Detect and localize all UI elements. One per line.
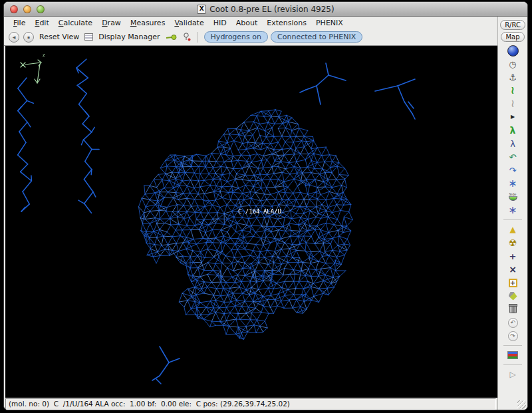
regularize-zone-icon[interactable]: ≀ [498, 97, 527, 110]
sidebar-separator [503, 345, 522, 346]
display-manager-button[interactable]: Display Manager [97, 32, 161, 42]
menu-measures[interactable]: Measures [126, 18, 170, 28]
status-text: (mol. no: 0) C /1/U/164 ALA occ: 1.00 bf… [5, 398, 496, 410]
minimize-button[interactable] [23, 5, 31, 13]
zoom-button[interactable] [37, 5, 45, 13]
add-residue-icon[interactable]: + [498, 276, 527, 289]
pepflip-icon[interactable]: ↶ [498, 150, 527, 164]
menu-file[interactable]: File [9, 18, 30, 28]
trash-icon[interactable] [498, 303, 527, 316]
nav-back-button[interactable]: ◀ [9, 32, 19, 43]
phenix-connection-button[interactable]: Connected to PHENIX [271, 31, 362, 43]
rrc-button[interactable]: R/RC [500, 20, 525, 30]
stop-button[interactable]: ▪ [23, 32, 34, 43]
side-chain-180-icon[interactable]: Side [498, 190, 527, 204]
map-button[interactable]: Map [501, 32, 524, 42]
sidebar-separator [503, 364, 522, 365]
sidebar-separator [503, 219, 522, 220]
run-icon[interactable]: ▷ [498, 368, 527, 381]
menu-edit[interactable]: Edit [30, 18, 53, 28]
resize-grip[interactable] [517, 400, 526, 409]
backrub-rotamer-icon[interactable]: ↷ [498, 164, 527, 177]
modeling-sidebar: R/RCMap◷⚓≀≀▶λλ↶↷∗Side∗▲☢+×+↶↷▷ [497, 17, 527, 410]
rotate-translate-icon[interactable]: λ [498, 124, 527, 137]
window-title-text: Coot 0.8-pre EL (revision 4925) [209, 5, 334, 14]
rotamers-icon[interactable]: ∗ [498, 177, 527, 190]
statusbar: (mol. no: 0) C /1/U/164 ALA occ: 1.00 bf… [4, 398, 497, 410]
real-space-refine-icon[interactable]: ≀ [498, 84, 527, 97]
key-icon[interactable] [166, 33, 178, 42]
clock-icon[interactable]: ◷ [498, 57, 527, 70]
menu-calculate[interactable]: Calculate [54, 18, 97, 28]
display-manager-icon [84, 33, 93, 41]
map-sphere-icon[interactable] [498, 44, 527, 57]
auto-fit-rotamer-icon[interactable]: λ [498, 137, 527, 150]
add-alt-conf-icon[interactable]: + [498, 249, 527, 263]
gl-canvas[interactable] [5, 46, 497, 398]
menu-phenix[interactable]: PHENIX [311, 18, 348, 28]
menu-hid[interactable]: HID [209, 18, 231, 28]
menu-about[interactable]: About [231, 18, 263, 28]
undo-icon[interactable]: ↶ [498, 316, 527, 329]
reset-view-button[interactable]: Reset View [38, 32, 80, 42]
gl-viewport[interactable]: C /164 ALA/U [4, 46, 497, 398]
radiation-icon[interactable]: ☢ [498, 236, 527, 249]
toolbar: ◀ ▪ Reset View Display Manager Hydrogens… [4, 29, 497, 46]
ligand-builder-icon[interactable] [498, 348, 527, 362]
atom-label: C /164 ALA/U [238, 208, 281, 215]
anchor-icon[interactable]: ⚓ [498, 70, 527, 84]
brush-icon[interactable] [498, 289, 527, 303]
menu-draw[interactable]: Draw [97, 18, 126, 28]
window-title: X Coot 0.8-pre EL (revision 4925) [4, 2, 527, 16]
mutate-icon[interactable]: × [498, 263, 527, 276]
coot-window: X Coot 0.8-pre EL (revision 4925) FileEd… [3, 1, 528, 410]
close-button[interactable] [10, 5, 18, 13]
hydrogens-toggle-button[interactable]: Hydrogens on [204, 31, 268, 43]
menu-validate[interactable]: Validate [170, 18, 208, 28]
toolbar-separator [198, 32, 198, 43]
jiggle-fit-icon[interactable]: ∗ [498, 204, 527, 217]
redo-icon[interactable]: ↷ [498, 329, 527, 343]
titlebar[interactable]: X Coot 0.8-pre EL (revision 4925) [4, 2, 527, 17]
menubar: FileEditCalculateDrawMeasuresValidateHID… [4, 17, 497, 29]
rigid-body-icon[interactable]: ▶ [498, 110, 527, 124]
atom-figure-icon[interactable] [182, 32, 192, 42]
x11-icon: X [197, 5, 206, 14]
add-terminal-residue-icon[interactable]: ▲ [498, 223, 527, 236]
menu-extensions[interactable]: Extensions [262, 18, 311, 28]
